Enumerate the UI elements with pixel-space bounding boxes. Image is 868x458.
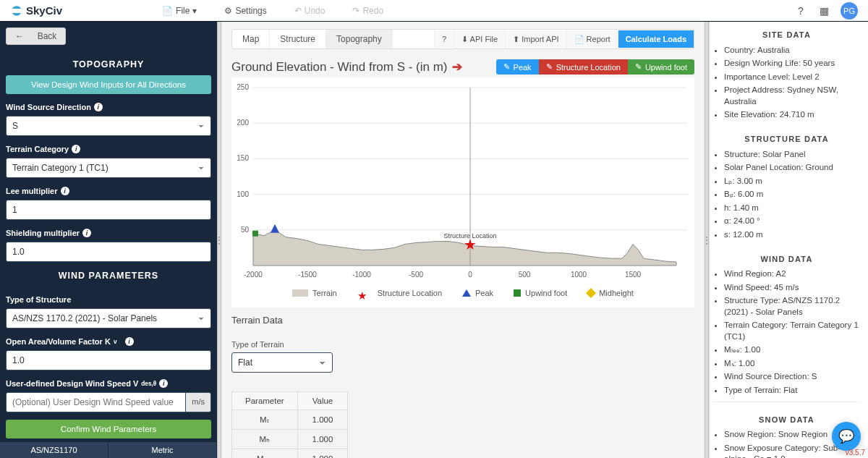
tab-topography[interactable]: Topography [326,30,393,48]
list-item: Wind Region: A2 [724,268,861,281]
list-item: Importance Level: Level 2 [724,70,861,84]
type-of-structure-label: Type of Structure [6,295,211,304]
help-button[interactable]: ? [434,30,454,48]
wind-source-direction-select[interactable]: S [6,116,211,136]
square-icon [514,289,521,297]
edit-peak-button[interactable]: ✎ Peak [496,59,539,75]
list-item: Design Working Life: 50 years [724,57,861,71]
shielding-multiplier-input[interactable] [6,242,211,262]
sidebar-header-windparams: WIND PARAMETERS [6,262,211,287]
confirm-wind-parameters-button[interactable]: Confirm Wind Parameters [6,420,211,438]
help-icon[interactable]: ? [794,4,807,17]
back-button[interactable]: ← Back [6,27,66,45]
wind-data-heading: WIND DATA [712,246,861,268]
svg-text:200: 200 [237,119,249,127]
chart-title: Ground Elevation - Wind from S - (in m) … [231,59,496,75]
import-api-button[interactable]: ⬆ Import API [505,30,566,48]
svg-text:500: 500 [519,271,531,279]
list-item: Mₛ: 1.00 [724,357,861,370]
list-item: Lₚ: 3.00 m [724,174,861,188]
footer-tab-units[interactable]: Metric [109,442,217,458]
list-item: Terrain Category: Terrain Category 1 (TC… [724,319,861,344]
chart-legend: Terrain ★Structure Location Peak Upwind … [231,284,694,308]
svg-text:-1000: -1000 [352,271,371,279]
svg-rect-22 [252,231,258,237]
triangle-icon [462,289,471,297]
info-icon[interactable]: i [72,145,80,153]
star-icon: ★ [357,289,373,297]
settings-menu[interactable]: ⚙ Settings [218,4,272,18]
structure-data-heading: STRUCTURE DATA [712,126,861,148]
list-item: Wind Source Direction: S [724,370,861,384]
table-row: Mₜ1.000 [232,410,348,430]
user-wind-speed-input[interactable] [6,392,186,412]
type-of-terrain-select[interactable]: Flat [231,352,333,373]
list-item: Mₗₑₑ: 1.00 [724,344,861,357]
list-item: Country: Australia [724,43,861,57]
kv-label: Open Area/Volume Factor Kv i [6,337,211,346]
list-item: Bₚ: 6.00 m [724,188,861,202]
info-icon[interactable]: i [61,187,69,195]
sidebar: ← Back TOPOGRAPHY View Design Wind Input… [0,22,217,458]
list-item: Site Elevation: 24.710 m [724,109,861,122]
wind-source-direction-label: Wind Source Directioni [6,103,211,111]
svg-text:100: 100 [237,190,249,198]
chart-container: 50100150200250-2000-1500-1000-5000500100… [231,77,694,308]
view-inputs-button[interactable]: View Design Wind Inputs for All Directio… [6,75,211,94]
brand-text: SkyCiv [26,4,62,17]
table-row: Mₗₑₑ1.000 [232,449,348,459]
svg-text:-2000: -2000 [244,271,263,279]
lee-multiplier-label: Lee multiplieri [6,187,211,195]
undo-button: ↶ Undo [289,4,331,18]
list-item: h: 1.40 m [724,201,861,215]
apps-icon[interactable]: ▦ [817,4,830,17]
brand-logo[interactable]: SkyCiv [10,4,62,17]
file-menu[interactable]: 📄 File ▾ [156,4,203,18]
site-data-heading: SITE DATA [712,22,861,43]
list-item: Project Address: Sydney NSW, Australia [724,84,861,109]
user-wind-speed-unit: m/s [186,392,211,412]
info-icon[interactable]: i [94,103,103,111]
list-item: Structure: Solar Panel [724,148,861,161]
list-item: Solar Panel Location: Ground [724,161,861,175]
svg-text:1000: 1000 [571,271,587,279]
tab-map[interactable]: Map [232,30,270,48]
avatar[interactable]: PG [841,2,858,20]
calculate-loads-button[interactable]: Calculate Loads [618,30,694,48]
table-row: Mₕ1.000 [232,430,348,449]
brand-icon [10,4,23,17]
list-item: Type of Terrain: Flat [724,383,861,397]
svg-text:0: 0 [468,271,472,279]
parameter-table: ParameterValue Mₜ1.000Mₕ1.000Mₗₑₑ1.000Sl… [231,391,348,458]
list-item: Structure Type: AS/NZS 1170.2 (2021) - S… [724,294,861,319]
topbar: SkyCiv 📄 File ▾ ⚙ Settings ↶ Undo ↷ Redo… [0,0,868,22]
list-item: s: 12.00 m [724,228,861,242]
kv-input[interactable] [6,350,211,370]
svg-text:-500: -500 [409,271,423,279]
terrain-category-select[interactable]: Terrain Category 1 (TC1) [6,158,211,178]
svg-text:150: 150 [237,154,249,162]
info-icon[interactable]: i [82,229,91,237]
legend-buttons: ✎ Peak ✎ Structure Location ✎ Upwind foo… [496,59,694,75]
list-item: Wind Speed: 45 m/s [724,281,861,294]
shielding-multiplier-label: Shielding multiplieri [6,229,211,237]
arrow-right-icon: ➔ [452,59,462,75]
edit-structure-location-button[interactable]: ✎ Structure Location [539,59,628,75]
chat-bubble[interactable]: 💬 [832,422,861,451]
footer-tabs: AS/NZS1170 Metric [0,442,217,458]
info-icon[interactable]: i [125,337,134,346]
info-icon[interactable]: i [159,379,168,388]
report-button[interactable]: 📄 Report [566,30,618,48]
redo-button: ↷ Redo [346,4,389,18]
lee-multiplier-input[interactable] [6,200,211,220]
terrain-category-label: Terrain Categoryi [6,145,211,153]
sidebar-header-topography: TOPOGRAPHY [6,51,211,75]
svg-text:250: 250 [237,83,249,91]
edit-upwind-foot-button[interactable]: ✎ Upwind foot [628,59,694,75]
tab-structure[interactable]: Structure [270,30,326,48]
api-file-button[interactable]: ⬇ API File [454,30,505,48]
svg-text:50: 50 [241,226,250,234]
footer-tab-code[interactable]: AS/NZS1170 [0,442,109,458]
elevation-chart[interactable]: 50100150200250-2000-1500-1000-5000500100… [231,82,694,284]
type-of-structure-select[interactable]: AS/NZS 1170.2 (2021) - Solar Panels [6,308,211,328]
